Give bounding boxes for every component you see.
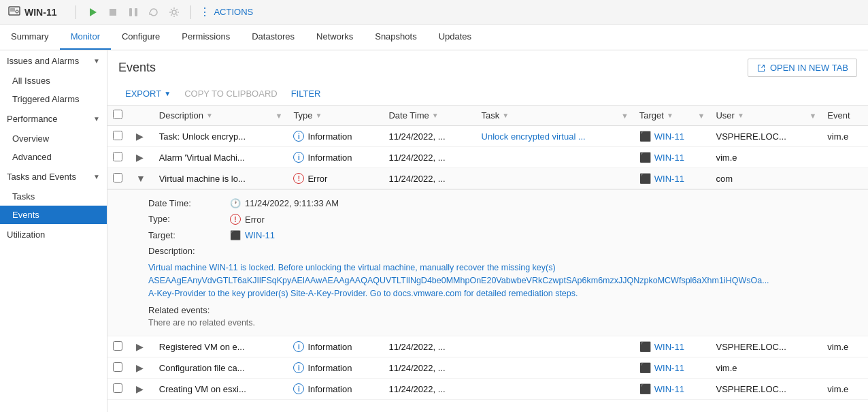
actions-label: ACTIONS bbox=[214, 7, 253, 17]
expanded-detail-row: Date Time: 🕐 11/24/2022, 9:11:33 AM Type… bbox=[107, 189, 868, 336]
description-line3[interactable]: A-Key-Provider to the key provider(s) Si… bbox=[148, 287, 857, 300]
row1-target-link[interactable]: WIN-11 bbox=[654, 131, 684, 142]
row5-checkbox[interactable] bbox=[113, 362, 122, 372]
description-filter-icon[interactable]: ▼ bbox=[276, 112, 283, 120]
row2-target-link[interactable]: WIN-11 bbox=[654, 153, 684, 163]
task-filter-icon[interactable]: ▼ bbox=[621, 112, 629, 120]
sidebar-section-issues[interactable]: Issues and Alarms ▼ bbox=[0, 50, 107, 71]
tab-datastores[interactable]: Datastores bbox=[241, 25, 305, 50]
tab-permissions[interactable]: Permissions bbox=[171, 25, 241, 50]
tab-updates[interactable]: Updates bbox=[428, 25, 482, 50]
row3-expand-cell: ▼ bbox=[128, 168, 154, 189]
description-header: Description ▼ ▼ bbox=[154, 106, 288, 126]
sidebar-item-overview[interactable]: Overview bbox=[0, 129, 107, 148]
target-col-label: Target bbox=[639, 110, 664, 121]
row2-checkbox[interactable] bbox=[113, 152, 122, 161]
target-sort-icon[interactable]: ▼ bbox=[667, 112, 673, 119]
expanded-detail-cell: Date Time: 🕐 11/24/2022, 9:11:33 AM Type… bbox=[107, 189, 868, 336]
sidebar-item-utilization[interactable]: Utilization bbox=[0, 224, 107, 245]
row6-description: Creating VM on esxi... bbox=[154, 379, 288, 400]
row6-user: VSPHERE.LOC... bbox=[710, 379, 822, 400]
sidebar-section-issues-label: Issues and Alarms bbox=[7, 56, 79, 66]
vm-target-icon: ⬛ bbox=[639, 362, 651, 373]
tab-monitor[interactable]: Monitor bbox=[60, 25, 111, 50]
copy-to-clipboard-button[interactable]: COPY TO CLIPBOARD bbox=[178, 85, 284, 102]
error-icon-detail: ! bbox=[230, 214, 241, 225]
row4-expand-button[interactable]: ▶ bbox=[133, 340, 146, 353]
expanded-content: Date Time: 🕐 11/24/2022, 9:11:33 AM Type… bbox=[107, 189, 868, 336]
row1-task: Unlock encrypted virtual ... bbox=[476, 126, 634, 147]
row6-target-link[interactable]: WIN-11 bbox=[654, 384, 684, 394]
row4-target-link[interactable]: WIN-11 bbox=[654, 342, 684, 352]
tab-networks[interactable]: Networks bbox=[305, 25, 364, 50]
actions-button[interactable]: ⋮ ACTIONS bbox=[199, 5, 253, 18]
sidebar-section-tasks-events[interactable]: Tasks and Events ▼ bbox=[0, 166, 107, 187]
row6-checkbox[interactable] bbox=[113, 383, 122, 393]
row2-type-label: Information bbox=[307, 153, 352, 163]
tab-configure[interactable]: Configure bbox=[111, 25, 171, 50]
tab-summary[interactable]: Summary bbox=[0, 25, 60, 50]
row6-expand-button[interactable]: ▶ bbox=[133, 382, 146, 396]
row4-checkbox[interactable] bbox=[113, 341, 122, 351]
row3-checkbox[interactable] bbox=[113, 173, 122, 182]
description-sort-icon[interactable]: ▼ bbox=[206, 112, 213, 119]
external-link-icon bbox=[756, 63, 766, 73]
row5-expand-button[interactable]: ▶ bbox=[133, 361, 146, 375]
type-sort-icon[interactable]: ▼ bbox=[316, 112, 322, 119]
vm-target-icon: ⬛ bbox=[639, 131, 651, 142]
table-header-row: Description ▼ ▼ Type ▼ bbox=[107, 106, 868, 126]
row2-expand-button[interactable]: ▶ bbox=[133, 150, 146, 164]
event-header: Event bbox=[822, 106, 868, 126]
open-new-tab-button[interactable]: OPEN IN NEW TAB bbox=[748, 59, 857, 77]
row3-task bbox=[476, 168, 634, 189]
reset-button[interactable] bbox=[146, 4, 162, 20]
stop-button[interactable] bbox=[105, 4, 121, 20]
filter-button[interactable]: FILTER bbox=[284, 85, 328, 102]
row3-target-link[interactable]: WIN-11 bbox=[654, 174, 684, 184]
sidebar-item-all-issues[interactable]: All Issues bbox=[0, 71, 107, 90]
row4-target: ⬛ WIN-11 bbox=[634, 336, 711, 357]
play-button[interactable] bbox=[84, 4, 101, 20]
row5-task bbox=[476, 357, 634, 379]
row6-event: vim.e bbox=[822, 379, 868, 400]
sidebar-item-events[interactable]: Events bbox=[0, 206, 107, 224]
description-line2[interactable]: ASEAAgEAnyVdvGTLT6aKJIlFSqKpyAElAAwAEAAg… bbox=[148, 274, 857, 287]
copy-label: COPY TO CLIPBOARD bbox=[184, 89, 278, 99]
expand-header bbox=[128, 106, 154, 126]
row1-event: vim.e bbox=[822, 126, 868, 147]
row3-type: ! Error bbox=[288, 168, 383, 189]
user-filter-icon[interactable]: ▼ bbox=[809, 112, 816, 120]
sidebar-section-performance-label: Performance bbox=[7, 114, 57, 124]
user-sort-icon[interactable]: ▼ bbox=[737, 112, 744, 119]
settings-button[interactable] bbox=[166, 4, 182, 20]
detail-target-link[interactable]: WIN-11 bbox=[245, 230, 275, 240]
suspend-button[interactable] bbox=[125, 4, 141, 20]
select-all-checkbox[interactable] bbox=[113, 110, 122, 119]
sidebar-item-advanced[interactable]: Advanced bbox=[0, 148, 107, 166]
tab-snapshots[interactable]: Snapshots bbox=[364, 25, 427, 50]
row1-checkbox[interactable] bbox=[113, 131, 122, 140]
info-icon: i bbox=[293, 131, 304, 142]
row2-description: Alarm 'Virtual Machi... bbox=[154, 147, 288, 168]
sidebar-item-triggered-alarms[interactable]: Triggered Alarms bbox=[0, 90, 107, 108]
datetime-sort-icon[interactable]: ▼ bbox=[432, 112, 439, 119]
row1-type: i Information bbox=[288, 126, 383, 147]
table-row: ▼ Virtual machine is lo... ! Error 11/24… bbox=[107, 168, 868, 189]
detail-description-label: Description: bbox=[148, 246, 230, 256]
export-button[interactable]: EXPORT ▼ bbox=[118, 85, 178, 102]
sidebar-item-tasks[interactable]: Tasks bbox=[0, 187, 107, 206]
sidebar-section-performance[interactable]: Performance ▼ bbox=[0, 108, 107, 129]
row1-expand-button[interactable]: ▶ bbox=[133, 129, 146, 143]
row1-task-link[interactable]: Unlock encrypted virtual ... bbox=[482, 131, 586, 142]
row3-expand-button[interactable]: ▼ bbox=[133, 172, 148, 185]
target-filter-icon[interactable]: ▼ bbox=[698, 112, 705, 120]
select-all-header bbox=[107, 106, 128, 126]
row1-user: VSPHERE.LOC... bbox=[710, 126, 822, 147]
event-col-label: Event bbox=[827, 110, 850, 121]
row4-expand-cell: ▶ bbox=[128, 336, 154, 357]
sidebar-section-tasks-events-label: Tasks and Events bbox=[7, 172, 76, 182]
row5-target-link[interactable]: WIN-11 bbox=[654, 363, 684, 373]
task-sort-icon[interactable]: ▼ bbox=[502, 112, 509, 119]
description-line1[interactable]: Virtual machine WIN-11 is locked. Before… bbox=[148, 261, 857, 274]
nav-tabs: Summary Monitor Configure Permissions Da… bbox=[0, 25, 868, 50]
